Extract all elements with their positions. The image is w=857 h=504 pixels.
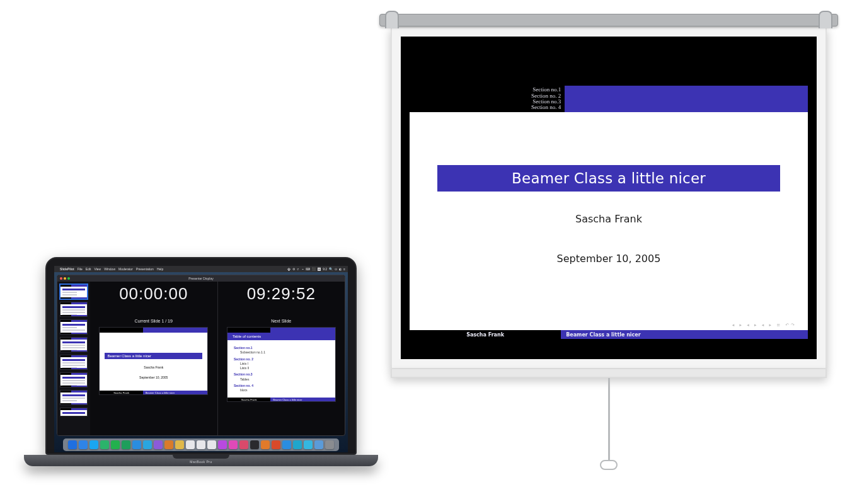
dock-app-icon[interactable] (89, 440, 98, 449)
projector-pull-handle[interactable] (600, 460, 618, 470)
presenter-area: 00:00:00 Current Slide 1 / 19 Beamer Cla… (90, 282, 345, 435)
menubar-item[interactable]: Window (104, 267, 115, 271)
status-icon[interactable]: 9:2 (323, 267, 327, 271)
dock-app-icon[interactable] (218, 440, 227, 449)
projector-hook-right (819, 11, 832, 28)
status-icon[interactable]: ⚙ (292, 267, 295, 271)
toc-sub: Tables (234, 377, 329, 382)
slide-head-blue (565, 86, 808, 112)
menubar-item[interactable]: Presentation (136, 267, 154, 271)
dock-app-icon[interactable] (293, 440, 302, 449)
ns-footer-left: Sascha Frank (227, 398, 270, 401)
dock-app-icon[interactable] (304, 440, 313, 449)
thumbnail-slide-1[interactable] (60, 284, 88, 299)
menubar-item[interactable]: Moderator (118, 267, 133, 271)
slide-date: September 10, 2005 (410, 253, 808, 265)
projector-screen: Section no.1 Section no. 2 Section no.3 … (379, 14, 838, 470)
window-title: Presenter Display (57, 277, 345, 280)
menubar-item[interactable]: File (78, 267, 83, 271)
menubar-status-icons[interactable]: ⏻ ⚙ ᯤ ⌁ ⌨ ⬛ 🅰 9:2 🔍 ⊙ ◐ ≡ (287, 267, 345, 271)
slide-head-sections: Section no.1 Section no. 2 Section no.3 … (410, 86, 565, 112)
dock-app-icon[interactable] (175, 440, 184, 449)
menubar-item[interactable]: View (94, 267, 101, 271)
dock-app-icon[interactable] (207, 440, 216, 449)
menubar-app-name[interactable]: SlidePilot (60, 267, 74, 271)
next-slide-label: Next Slide (271, 319, 291, 323)
toc-sub: blocs (234, 388, 329, 392)
dock-app-icon[interactable] (143, 440, 152, 449)
thumbnail-slide-7[interactable] (60, 390, 88, 405)
macbook-bezel: SlidePilot File Edit View Window Moderat… (45, 257, 357, 455)
menubar-item[interactable]: Help (157, 267, 163, 271)
dock-app-icon[interactable] (111, 440, 120, 449)
dock-app-icon[interactable] (100, 440, 109, 449)
slide-footer-title: Beamer Class a little nicer (561, 330, 808, 339)
toc-section: Section no. 2 (234, 357, 329, 362)
status-icon[interactable]: ⊙ (335, 267, 337, 271)
dock-app-icon[interactable] (282, 440, 291, 449)
thumbnail-slide-8[interactable] (60, 408, 88, 416)
dock-app-icon[interactable] (239, 440, 248, 449)
ns-footer-right: Beamer Class a little nicer (270, 398, 335, 401)
cs-title: Beamer Class a little nicer (105, 353, 202, 359)
projector-top-bar (379, 14, 838, 26)
dock-app-icon[interactable] (79, 440, 88, 449)
toc-sub: Lists I (234, 362, 329, 366)
dock-app-icon[interactable] (132, 440, 141, 449)
macbook: SlidePilot File Edit View Window Moderat… (24, 257, 378, 466)
status-icon[interactable]: 🅰 (318, 267, 321, 271)
status-icon[interactable]: ⌨ (306, 267, 310, 271)
cs-footer-right: Beamer Class a little nicer (143, 391, 207, 394)
dock-app-icon[interactable] (197, 440, 205, 449)
window-titlebar[interactable]: Presenter Display (57, 275, 345, 282)
dock-app-icon[interactable] (272, 440, 280, 449)
status-icon[interactable]: ⏻ (287, 267, 290, 271)
status-icon[interactable]: ◐ (339, 267, 342, 271)
current-slide-preview[interactable]: Beamer Class a little nicer Sascha Frank… (99, 327, 208, 395)
dock-app-icon[interactable] (186, 440, 195, 449)
menubar-item[interactable]: Edit (86, 267, 91, 271)
status-icon[interactable]: ⬛ (312, 267, 316, 271)
macos-dock[interactable] (63, 438, 339, 451)
current-slide-label: Current Slide 1 / 19 (135, 319, 173, 323)
projector-body: Section no.1 Section no. 2 Section no.3 … (391, 26, 827, 369)
ns-toc: Section no.1 Subsection no.1.1 Section n… (227, 340, 335, 398)
cs-date: September 10, 2005 (100, 375, 207, 379)
dock-app-icon[interactable] (122, 440, 130, 449)
thumbnail-slide-6[interactable] (60, 372, 88, 387)
clock-time[interactable]: 09:29:52 (247, 284, 316, 304)
macos-menubar[interactable]: SlidePilot File Edit View Window Moderat… (54, 266, 348, 272)
slide-footer-author: Sascha Frank (410, 330, 561, 339)
current-slide-column: 00:00:00 Current Slide 1 / 19 Beamer Cla… (90, 282, 217, 435)
cs-author: Sascha Frank (100, 365, 207, 369)
elapsed-timer[interactable]: 00:00:00 (119, 284, 188, 304)
spotlight-icon[interactable]: 🔍 (329, 267, 333, 271)
thumbnail-slide-5[interactable] (60, 355, 88, 370)
dock-app-icon[interactable] (229, 440, 238, 449)
projector-inner: Section no.1 Section no. 2 Section no.3 … (401, 37, 817, 359)
toc-section: Section no.1 (234, 346, 329, 350)
control-center-icon[interactable]: ≡ (343, 267, 345, 271)
dock-app-icon[interactable] (68, 440, 77, 449)
wifi-icon[interactable]: ᯤ (297, 267, 300, 271)
dock-app-icon[interactable] (314, 440, 323, 449)
macbook-screen: SlidePilot File Edit View Window Moderat… (54, 266, 348, 452)
presenter-window: Presenter Display (57, 275, 345, 436)
dock-app-icon[interactable] (164, 440, 173, 449)
dock-app-icon[interactable] (154, 440, 163, 449)
macbook-base: MacBook Pro (24, 455, 378, 466)
cs-footer-left: Sascha Frank (100, 391, 142, 394)
next-slide-preview[interactable]: Table of contents Section no.1 Subsectio… (227, 327, 336, 402)
projector-bottom-bar (391, 369, 827, 378)
status-icon[interactable]: ⌁ (302, 267, 304, 271)
toc-sub: Lists II (234, 366, 329, 370)
dock-app-icon[interactable] (250, 440, 259, 449)
dock-app-icon[interactable] (325, 440, 334, 449)
slide-thumbnails[interactable] (57, 282, 90, 435)
thumbnail-slide-3[interactable] (60, 319, 88, 335)
toc-section: Section no. 4 (234, 384, 329, 388)
thumbnail-slide-4[interactable] (60, 337, 88, 352)
macbook-brand-label: MacBook Pro (190, 460, 212, 464)
dock-app-icon[interactable] (261, 440, 270, 449)
thumbnail-slide-2[interactable] (60, 302, 88, 317)
